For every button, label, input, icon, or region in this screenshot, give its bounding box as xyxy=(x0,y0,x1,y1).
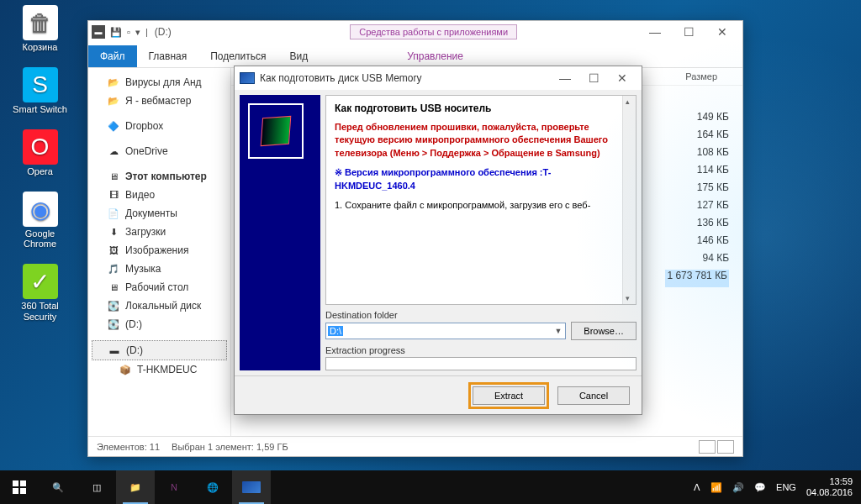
smart-switch-icon[interactable]: SSmart Switch xyxy=(8,67,71,114)
extract-button[interactable]: Extract xyxy=(473,386,545,405)
close-button[interactable]: ✕ xyxy=(705,21,739,43)
tray-network-icon[interactable]: 📶 xyxy=(710,482,722,493)
tray-volume-icon[interactable]: 🔊 xyxy=(732,482,744,493)
column-size[interactable]: Размер xyxy=(685,71,717,81)
nav-icon: ▬ xyxy=(108,344,121,357)
dialog-title: Как подготовить диск USB Memory xyxy=(260,72,422,84)
dialog-titlebar: Как подготовить диск USB Memory — ☐ ✕ xyxy=(235,66,642,90)
status-bar: Элементов: 11 Выбран 1 элемент: 1,59 ГБ xyxy=(88,436,742,456)
dialog-minimize-button[interactable]: — xyxy=(551,68,579,88)
file-size: 114 КБ xyxy=(665,164,729,181)
view-large-button[interactable] xyxy=(717,440,734,454)
svg-rect-1 xyxy=(20,480,26,486)
qat-save-icon[interactable]: 💾 xyxy=(110,27,122,38)
file-size: 149 КБ xyxy=(665,111,729,129)
view-details-button[interactable] xyxy=(699,440,716,454)
nav-icon: 🎞 xyxy=(107,188,120,202)
nav-icon: ⬇ xyxy=(107,225,120,239)
nav-item[interactable]: 🖥Рабочий стол xyxy=(92,278,227,297)
tab-home[interactable]: Главная xyxy=(137,45,199,67)
task-view-button[interactable]: ◫ xyxy=(77,470,116,504)
dialog-close-button[interactable]: ✕ xyxy=(608,68,637,88)
version-text: ※ Версия микропрограммного обеспечения :… xyxy=(335,166,627,192)
nav-item[interactable]: ⬇Загрузки xyxy=(92,223,227,241)
destination-label: Destination folder xyxy=(325,310,398,320)
nav-label: Рабочий стол xyxy=(125,281,188,293)
dialog-footer: Extract Cancel xyxy=(235,375,642,414)
file-size-selected: 1 673 781 КБ xyxy=(665,270,729,287)
file-size: 146 КБ xyxy=(665,234,729,252)
qat-folder-icon[interactable]: ▫ xyxy=(127,27,130,37)
nav-item[interactable]: 📄Документы xyxy=(92,204,227,223)
svg-rect-3 xyxy=(20,488,26,494)
nav-label: (D:) xyxy=(125,318,142,330)
nav-item[interactable]: 🎵Музыка xyxy=(92,260,227,278)
nav-label: OneDrive xyxy=(125,145,168,157)
nav-icon: ☁ xyxy=(107,144,120,158)
qat-dropdown-icon[interactable]: ▾ xyxy=(135,27,140,38)
nav-item[interactable]: ☁OneDrive xyxy=(92,142,227,160)
nav-item[interactable]: 📂Вирусы для Анд xyxy=(92,73,227,92)
file-size: 127 КБ xyxy=(665,199,729,217)
nav-label: Документы xyxy=(125,207,177,219)
start-button[interactable] xyxy=(0,470,39,504)
tab-view[interactable]: Вид xyxy=(277,45,320,67)
cancel-button[interactable]: Cancel xyxy=(557,386,630,405)
tab-share[interactable]: Поделиться xyxy=(198,45,277,67)
desktop-icons: 🗑Корзина SSmart Switch OOpera ◉Google Ch… xyxy=(8,5,71,322)
nav-item[interactable]: 🔷Dropbox xyxy=(92,117,227,135)
nav-item[interactable]: 💽Локальный диск xyxy=(92,297,227,315)
tray-chevron-icon[interactable]: ᐱ xyxy=(694,482,700,493)
taskbar-explorer[interactable]: 📁 xyxy=(116,470,155,504)
file-size: 94 КБ xyxy=(665,252,729,270)
nav-icon: 📂 xyxy=(107,76,120,89)
destination-combobox[interactable]: D:\ ▼ xyxy=(325,323,566,339)
nav-icon: 💽 xyxy=(107,299,120,312)
drive-icon: ▬ xyxy=(92,25,105,39)
package-icon xyxy=(248,103,304,159)
nav-item[interactable]: 🖼Изображения xyxy=(92,241,227,260)
svg-rect-0 xyxy=(13,480,18,486)
360-security-icon[interactable]: ✓360 Total Security xyxy=(8,264,71,321)
progress-label: Extraction progress xyxy=(325,345,405,355)
file-size: 108 КБ xyxy=(665,146,729,164)
dialog-sidebar xyxy=(240,95,320,370)
window-title: (D:) xyxy=(155,26,172,38)
opera-icon[interactable]: OOpera xyxy=(8,129,71,176)
nav-label: (D:) xyxy=(126,344,143,356)
chevron-down-icon: ▼ xyxy=(554,327,562,335)
nav-icon: 🖥 xyxy=(107,281,120,294)
taskbar-onenote[interactable]: N xyxy=(155,470,193,504)
nav-icon: 💽 xyxy=(107,318,120,331)
nav-label: T-HKMDEUC xyxy=(137,364,197,375)
minimize-button[interactable]: — xyxy=(638,21,672,43)
browse-button[interactable]: Browse… xyxy=(571,322,637,340)
clock[interactable]: 13:59 04.08.2016 xyxy=(806,476,853,498)
nav-item[interactable]: ▬(D:) xyxy=(92,340,227,360)
nav-label: Вирусы для Анд xyxy=(125,76,202,88)
nav-item[interactable]: 📂Я - вебмастер xyxy=(92,92,227,110)
tray-notifications-icon[interactable]: 💬 xyxy=(754,482,766,493)
tab-management[interactable]: Управление xyxy=(395,45,475,67)
samsung-icon xyxy=(240,72,255,84)
dialog-maximize-button[interactable]: ☐ xyxy=(579,68,608,88)
nav-item[interactable]: 📦T-HKMDEUC xyxy=(92,360,227,379)
recycle-bin-icon[interactable]: 🗑Корзина xyxy=(8,5,71,52)
extract-highlight: Extract xyxy=(468,382,549,409)
chrome-icon[interactable]: ◉Google Chrome xyxy=(8,192,71,249)
warning-text: Перед обновлением прошивки, пожалуйста, … xyxy=(335,121,627,160)
language-indicator[interactable]: ENG xyxy=(776,482,796,492)
nav-label: Загрузки xyxy=(125,226,166,238)
taskbar-chrome[interactable]: 🌐 xyxy=(193,470,232,504)
taskbar-samsung-app[interactable] xyxy=(232,470,271,504)
file-tab[interactable]: Файл xyxy=(88,45,137,67)
maximize-button[interactable]: ☐ xyxy=(672,21,705,43)
nav-item[interactable]: 🎞Видео xyxy=(92,186,227,204)
scrollbar[interactable] xyxy=(622,96,636,304)
search-button[interactable]: 🔍 xyxy=(39,470,77,504)
nav-item[interactable]: 🖥Этот компьютер xyxy=(92,167,227,186)
contextual-tools-tab[interactable]: Средства работы с приложениями xyxy=(350,24,517,39)
nav-item[interactable]: 💽(D:) xyxy=(92,315,227,333)
taskbar: 🔍 ◫ 📁 N 🌐 ᐱ 📶 🔊 💬 ENG 13:59 04.08.2016 xyxy=(0,470,861,504)
nav-icon: 📄 xyxy=(107,207,120,220)
